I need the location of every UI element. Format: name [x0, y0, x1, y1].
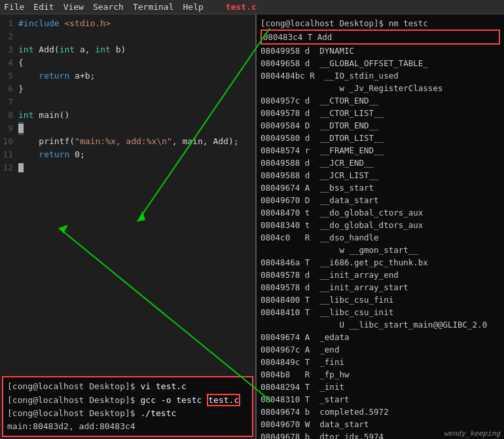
nm-line-4: 0804484bc R __IO_stdin_used [261, 69, 500, 82]
nm-line-2: 08049958 d DYNAMIC [261, 45, 500, 57]
watermark: wendy_keeping [444, 429, 500, 438]
nm-line-8: 08049584 D __DTOR_END__ [261, 119, 500, 132]
line-number-11: 11 [0, 148, 18, 161]
nm-line-9: 08049580 d __DTOR_LIST__ [261, 132, 500, 144]
line-content-7 [18, 96, 24, 109]
nm-line-21: 08049578 d __init_array_start [261, 281, 500, 294]
line-number-1: 1 [0, 17, 18, 30]
nm-line-11: 08049588 d __JCR_END__ [261, 157, 500, 169]
nm-line-30: 08048310 T _start [261, 393, 500, 406]
nm-line-28: 0804b8 R _fp_hw [261, 368, 500, 381]
menu-terminal[interactable]: Terminal [133, 2, 174, 12]
nm-line-16: 08048340 t __do_global_dtors_aux [261, 219, 500, 231]
nm-line-25: 08049674 A _edata [261, 331, 500, 343]
nm-line-14: 08049670 D __data_start [261, 194, 500, 206]
line-number-4: 4 [0, 56, 18, 69]
line-content-1: #include <stdio.h> [18, 17, 111, 30]
nm-pane: [cong@localhost Desktop]$ nm testc 08048… [257, 14, 504, 439]
line-content-8: int main() [18, 109, 69, 122]
terminal-line-3: [cong@localhost Desktop]$ ./testc [7, 407, 248, 420]
line-number-10: 10 [0, 135, 18, 148]
code-line-4: 4 { [0, 56, 255, 69]
line-content-10: printf("main:%x, add:%x\n", main, Add); [18, 135, 239, 148]
menu-edit[interactable]: Edit [33, 2, 54, 12]
nm-line-10: 08048574 r __FRAME_END__ [261, 144, 500, 157]
code-line-2: 2 [0, 30, 255, 43]
code-line-6: 6 } [0, 83, 255, 96]
menu-file[interactable]: File [4, 2, 24, 12]
nm-line-15: 08048470 t __do_global_ctors_aux [261, 206, 500, 219]
line-number-9: 9 [0, 122, 18, 135]
code-line-7: 7 [0, 96, 255, 109]
file-title: test.c [226, 2, 257, 12]
line-content-12 [18, 161, 24, 174]
nm-line-17: 0804c0 R __dso_handle [261, 231, 500, 244]
nm-line-5: w _Jv_RegisterClasses [261, 82, 500, 94]
nm-line-31: 08049674 b completed.5972 [261, 406, 500, 418]
nm-header: [cong@localhost Desktop]$ nm testc [261, 17, 500, 29]
nm-line-6: 0804957c d __CTOR_END__ [261, 94, 500, 107]
code-line-8: 8 int main() [0, 109, 255, 122]
line-content-6: } [18, 83, 24, 96]
nm-line-7: 08049578 d __CTOR_LIST__ [261, 107, 500, 119]
nm-line-18: w __gmon_start__ [261, 244, 500, 256]
line-number-5: 5 [0, 69, 18, 83]
nm-line-12: 08049588 d __JCR_LIST__ [261, 169, 500, 181]
terminal-line-1: [cong@localhost Desktop]$ vi test.c [7, 380, 248, 393]
line-number-3: 3 [0, 43, 18, 56]
menu-view[interactable]: View [63, 2, 84, 12]
nm-line-3: 08049658 d __GLOBAL_OFFSET_TABLE_ [261, 57, 500, 69]
code-area[interactable]: 1 #include <stdio.h> 2 3 int Add(int a, … [0, 14, 255, 374]
nm-line-29: 08048294 T _init [261, 381, 500, 393]
line-content-3: int Add(int a, int b) [18, 43, 126, 56]
nm-line-27: 0804849c T _fini [261, 356, 500, 368]
line-content-4: { [18, 56, 24, 69]
menu-search[interactable]: Search [93, 2, 124, 12]
code-line-1: 1 #include <stdio.h> [0, 17, 255, 30]
line-number-7: 7 [0, 96, 18, 109]
line-content-2 [18, 30, 24, 43]
line-content-11: return 0; [18, 148, 85, 161]
code-line-11: 11 return 0; [0, 148, 255, 161]
code-line-10: 10 printf("main:%x, add:%x\n", main, Add… [0, 135, 255, 148]
nm-line-19: 0804846a T __i686.get_pc_thunk.bx [261, 256, 500, 269]
nm-line-24: U __libc_start_main@@GLIBC_2.0 [261, 318, 500, 331]
code-line-9: 9 [0, 122, 255, 135]
nm-line-13: 08049674 A __bss_start [261, 181, 500, 194]
terminal-area: [cong@localhost Desktop]$ vi test.c [con… [2, 376, 253, 437]
line-number-2: 2 [0, 30, 18, 43]
code-line-3: 3 int Add(int a, int b) [0, 43, 255, 56]
code-line-12: 12 [0, 161, 255, 174]
line-number-6: 6 [0, 83, 18, 96]
menu-help[interactable]: Help [183, 2, 204, 12]
code-line-5: 5 return a+b; [0, 69, 255, 83]
terminal-line-2: [cong@localhost Desktop]$ gcc -o testc t… [7, 394, 248, 407]
editor-pane: 1 #include <stdio.h> 2 3 int Add(int a, … [0, 14, 255, 439]
menu-bar: File Edit View Search Terminal Help test… [0, 0, 504, 14]
nm-line-22: 08048400 T __libc_csu_fini [261, 294, 500, 306]
line-number-12: 12 [0, 161, 18, 174]
nm-line-add: 080483c4 T Add [261, 29, 500, 45]
nm-line-20: 08049578 d __init_array_end [261, 269, 500, 281]
terminal-output: main:80483d2, add:80483c4 [7, 420, 248, 433]
line-number-8: 8 [0, 109, 18, 122]
line-content-5: return a+b; [18, 69, 95, 83]
main-area: 1 #include <stdio.h> 2 3 int Add(int a, … [0, 14, 504, 439]
nm-line-23: 08048410 T __libc_csu_init [261, 306, 500, 318]
line-content-9 [18, 122, 24, 135]
nm-line-26: 0804967c A _end [261, 343, 500, 356]
